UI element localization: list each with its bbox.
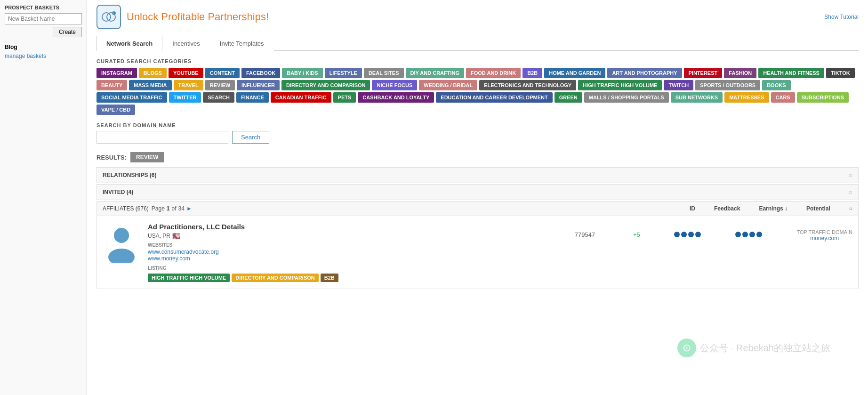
feedback-value: +5 <box>627 231 646 238</box>
affiliate-details-link[interactable]: Details <box>222 223 245 231</box>
location-text: USA, PR <box>148 233 170 239</box>
tabs-bar: Network Search Incentives Invite Templat… <box>96 36 859 51</box>
col-expand: ○ <box>849 205 852 212</box>
domain-search-row: Search <box>96 131 859 144</box>
of-label: of <box>172 205 177 212</box>
website-1[interactable]: www.consumeradvocate.org <box>148 249 563 255</box>
website-2[interactable]: www.money.com <box>148 255 563 262</box>
category-twitter[interactable]: TWITTER <box>169 92 201 103</box>
listing-tag-b2b: B2B <box>321 274 338 282</box>
category-niche-focus[interactable]: NICHE FOCUS <box>372 80 417 90</box>
category-twitch[interactable]: TWITCH <box>664 80 693 90</box>
manage-baskets-link[interactable]: manage baskets <box>5 53 46 59</box>
category-influencer[interactable]: INFLUENCER <box>237 80 280 90</box>
category-pets[interactable]: PETS <box>333 92 356 103</box>
category-canadian-traffic[interactable]: CANADIAN TRAFFIC <box>271 92 331 103</box>
category-wedding---bridal[interactable]: WEDDING / BRIDAL <box>419 80 477 90</box>
col-feedback: Feedback <box>714 205 740 212</box>
category-green[interactable]: GREEN <box>555 92 582 103</box>
listing-tag-directory-and-comparison: DIRECTORY AND COMPARISON <box>232 274 318 282</box>
affiliate-feedback: +5 <box>627 231 646 238</box>
show-tutorial-link[interactable]: Show Tutorial <box>824 14 859 20</box>
category-travel[interactable]: TRAVEL <box>174 80 203 90</box>
category-malls---shopping-portals[interactable]: MALLS / SHOPPING PORTALS <box>584 92 669 103</box>
category-cashback-and-loyalty[interactable]: CASHBACK AND LOYALTY <box>358 92 434 103</box>
category-instagram[interactable]: INSTAGRAM <box>96 68 137 78</box>
listing-label: LISTING <box>148 266 563 271</box>
category-mattresses[interactable]: MATTRESSES <box>724 92 769 103</box>
top-traffic-label: TOP TRAFFIC DOMAIN <box>796 229 852 235</box>
new-basket-input[interactable] <box>5 13 82 24</box>
sidebar: PROSPECT BASKETS Create Blog manage bask… <box>0 0 87 395</box>
search-button[interactable]: Search <box>232 131 269 144</box>
tab-network-search[interactable]: Network Search <box>96 36 162 51</box>
category-content[interactable]: CONTENT <box>205 68 240 78</box>
category-youtube[interactable]: YOUTUBE <box>169 68 203 78</box>
active-filter-tag[interactable]: REVIEW <box>130 152 164 162</box>
category-books[interactable]: BOOKS <box>762 80 790 90</box>
relationships-chevron: ○ <box>849 171 852 179</box>
category-subscriptions[interactable]: SUBSCRIPTIONS <box>797 92 849 103</box>
category-facebook[interactable]: FACEBOOK <box>241 68 280 78</box>
category-sports---outdoors[interactable]: SPORTS / OUTDOORS <box>695 80 760 90</box>
category-home-and-garden[interactable]: HOME AND GARDEN <box>544 68 605 78</box>
next-page-arrow[interactable]: ► <box>186 205 192 212</box>
category-review[interactable]: REVIEW <box>205 80 235 90</box>
domain-search-label: SEARCH BY DOMAIN NAME <box>96 122 859 128</box>
results-label: RESULTS: <box>96 154 127 161</box>
header-left: + Unlock Profitable Partnerships! <box>96 5 269 29</box>
relationships-label: RELATIONSHIPS (6) <box>103 172 156 178</box>
category-deal-sites[interactable]: DEAL SITES <box>364 68 404 78</box>
blog-label: Blog <box>5 44 82 50</box>
total-pages: 34 <box>178 205 185 212</box>
category-social-media-traffic[interactable]: SOCIAL MEDIA TRAFFIC <box>96 92 167 103</box>
category-high-traffic-high-volume[interactable]: HIGH TRAFFIC HIGH VOLUME <box>578 80 662 90</box>
category-cars[interactable]: CARS <box>771 92 795 103</box>
category-directory-and-comparison[interactable]: DIRECTORY AND COMPARISON <box>281 80 370 90</box>
results-row: RESULTS: REVIEW <box>96 152 859 162</box>
websites-label: WEBSITES <box>148 242 563 248</box>
tab-incentives[interactable]: Incentives <box>162 36 210 51</box>
tab-invite-templates[interactable]: Invite Templates <box>210 36 274 51</box>
affiliate-name: Ad Practitioners, LLC <box>148 223 220 231</box>
category-health-and-fitness[interactable]: HEALTH AND FITNESS <box>758 68 824 78</box>
earnings-dot-0 <box>674 232 680 237</box>
category-food-and-drink[interactable]: FOOD AND DRINK <box>466 68 521 78</box>
affiliate-potential <box>735 232 768 237</box>
category-fashion[interactable]: FASHION <box>724 68 756 78</box>
listing-tag-high-traffic-high-volume: HIGH TRAFFIC HIGH VOLUME <box>148 274 230 282</box>
invited-chevron: ○ <box>849 188 852 196</box>
page-nav: Page 1 of 34 ► <box>152 205 192 212</box>
potential-dot-3 <box>756 232 762 237</box>
potential-dot-0 <box>735 232 741 237</box>
category-electronics-and-technology[interactable]: ELECTRONICS AND TECHNOLOGY <box>479 80 576 90</box>
earnings-dot-3 <box>695 232 701 237</box>
category-b2b[interactable]: B2B <box>522 68 542 78</box>
relationships-section[interactable]: RELATIONSHIPS (6) ○ <box>96 167 859 183</box>
category-tiktok[interactable]: TIKTOK <box>826 68 855 78</box>
category-search[interactable]: SEARCH <box>203 92 234 103</box>
category-grid: INSTAGRAMBLOGSYOUTUBECONTENTFACEBOOKBABY… <box>96 68 859 115</box>
category-sub-networks[interactable]: SUB NETWORKS <box>671 92 723 103</box>
col-id: ID <box>690 205 695 212</box>
affiliates-header-right: ID Feedback Earnings ↓ Potential ○ <box>690 205 852 212</box>
category-baby---kids[interactable]: BABY / KIDS <box>282 68 322 78</box>
category-pinterest[interactable]: PINTEREST <box>684 68 723 78</box>
category-vape---cbd[interactable]: VAPE / CBD <box>96 105 135 115</box>
invited-section[interactable]: INVITED (4) ○ <box>96 184 859 200</box>
svg-point-4 <box>114 228 129 243</box>
category-beauty[interactable]: BEAUTY <box>96 80 127 90</box>
earnings-dots <box>674 232 707 237</box>
category-lifestyle[interactable]: LIFESTYLE <box>325 68 362 78</box>
top-traffic-domain: money.com <box>796 235 852 242</box>
affiliate-avatar <box>103 223 140 265</box>
category-mass-media[interactable]: MASS MEDIA <box>129 80 171 90</box>
category-finance[interactable]: FINANCE <box>236 92 269 103</box>
create-button[interactable]: Create <box>53 27 82 37</box>
category-blogs[interactable]: BLOGS <box>139 68 167 78</box>
prospect-baskets-label: PROSPECT BASKETS <box>5 5 82 10</box>
category-education-and-career-development[interactable]: EDUCATION AND CAREER DEVELOPMENT <box>436 92 552 103</box>
category-art-and-photography[interactable]: ART AND PHOTOGRAPHY <box>607 68 682 78</box>
category-diy-and-crafting[interactable]: DIY AND CRAFTING <box>406 68 465 78</box>
domain-search-input[interactable] <box>96 131 228 144</box>
